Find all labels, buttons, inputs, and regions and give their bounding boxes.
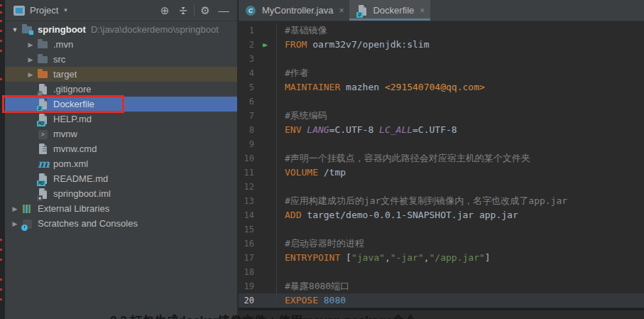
- gear-icon: ⚙: [200, 4, 209, 17]
- tree-row-dockerfile[interactable]: DDockerfile: [5, 97, 237, 112]
- code-line-9[interactable]: 9: [239, 137, 644, 151]
- chevron-expanded-icon[interactable]: ▼: [9, 26, 21, 33]
- code-line-5[interactable]: 5MAINTAINER mazhen <291540704@qq.com>: [239, 80, 644, 94]
- code-text: ENTRYPOINT ["java","-jar","/app.jar"]: [276, 251, 491, 265]
- line-number: 6: [239, 94, 254, 109]
- code-line-7[interactable]: 7#系统编码: [239, 109, 644, 123]
- code-line-14[interactable]: 14ADD target/demo-0.0.1-SNAPSHOT.jar app…: [239, 208, 644, 222]
- code-line-15[interactable]: 15: [239, 222, 644, 237]
- gutter-spacer: [254, 208, 276, 222]
- code-line-6[interactable]: 6: [239, 94, 644, 109]
- tree-row-external-libraries[interactable]: ▶External Libraries: [5, 201, 237, 216]
- code-text: #基础镜像: [276, 23, 327, 38]
- code-line-11[interactable]: 11VOLUME /tmp: [239, 166, 644, 180]
- line-number: 20: [239, 293, 254, 308]
- tree-row-pom-xml[interactable]: mpom.xml: [5, 156, 237, 171]
- line-number: 14: [239, 208, 254, 222]
- tree-row--gitignore[interactable]: ⊘.gitignore: [5, 82, 237, 97]
- close-icon[interactable]: ×: [420, 6, 425, 16]
- tree-row-root[interactable]: ▼springbootD:\java\dockerdemo\springboot: [5, 22, 237, 37]
- chevron-collapsed-icon[interactable]: ▶: [9, 220, 21, 227]
- tree-row-target[interactable]: ▶target: [5, 67, 237, 82]
- tree-row-mvnw-cmd[interactable]: mvnw.cmd: [5, 141, 237, 156]
- code-text: [276, 137, 285, 151]
- code-line-18[interactable]: 18: [239, 265, 644, 279]
- line-number: 10: [239, 151, 254, 166]
- hide-panel-button[interactable]: —: [214, 2, 233, 19]
- line-number: 11: [239, 166, 254, 180]
- chevron-collapsed-icon[interactable]: ▶: [9, 205, 21, 212]
- code-line-2[interactable]: 2▶▶FROM oarm32v7/openjdk:slim: [239, 38, 644, 52]
- excluded-folder-icon: [37, 69, 50, 80]
- editor-area: CMyController.java×DDockerfile× 1#基础镜像2▶…: [239, 0, 644, 319]
- tree-row-help-md[interactable]: MDHELP.md: [5, 112, 237, 126]
- code-line-4[interactable]: 4#作者: [239, 66, 644, 80]
- chevron-collapsed-icon[interactable]: ▶: [24, 71, 37, 78]
- tree-item-label: .mvn: [53, 39, 73, 50]
- tab-mycontroller-java[interactable]: CMyController.java×: [239, 0, 349, 21]
- tree-row-src[interactable]: ▶src: [5, 52, 237, 67]
- edge-mark: [0, 20, 2, 22]
- code-text: #启动容器时的进程: [276, 237, 364, 251]
- tree-row-mvnw[interactable]: >mvnw: [5, 126, 237, 141]
- code-text: #系统编码: [276, 109, 327, 123]
- chevron-collapsed-icon[interactable]: ▶: [24, 41, 37, 48]
- tree-item-label: Scratches and Consoles: [38, 218, 138, 229]
- collapse-all-button[interactable]: [174, 2, 192, 19]
- gutter-spacer: [254, 293, 276, 308]
- page-caption: 2.3 打包生成docker镜像文件：使用maven package命令: [110, 313, 417, 319]
- code-text: MAINTAINER mazhen <291540704@qq.com>: [276, 80, 485, 94]
- gitignore-file-icon: ⊘: [37, 84, 50, 95]
- tree-item-label: target: [53, 69, 77, 80]
- panel-title[interactable]: Project: [30, 5, 58, 16]
- code-text: #作者: [276, 66, 309, 80]
- locate-button[interactable]: ⊕: [155, 2, 174, 19]
- code-line-16[interactable]: 16#启动容器时的进程: [239, 237, 644, 251]
- tab-label: MyController.java: [262, 5, 333, 16]
- settings-button[interactable]: ⚙: [196, 2, 214, 19]
- line-number: 5: [239, 80, 254, 94]
- code-text: [276, 265, 285, 279]
- code-line-19[interactable]: 19#暴露8080端口: [239, 279, 644, 293]
- project-panel-header: Project ▼ ⊕ ⚙ —: [5, 0, 237, 21]
- tree-row--mvn[interactable]: ▶.mvn: [5, 37, 237, 52]
- line-number: 16: [239, 237, 254, 251]
- module-folder-icon: [21, 24, 34, 36]
- run-icon[interactable]: ▶▶: [254, 38, 276, 52]
- tree-item-label: mvnw: [53, 129, 77, 139]
- code-line-20[interactable]: 20EXPOSE 8080: [239, 293, 644, 308]
- page-caption-clip: 2.3 打包生成docker镜像文件：使用maven package命令: [5, 311, 545, 319]
- tab-dockerfile[interactable]: DDockerfile×: [349, 0, 430, 21]
- gutter-spacer: [254, 222, 276, 237]
- code-line-13[interactable]: 13#应用构建成功后的jar文件被复制到镜像内，名字也改成了app.jar: [239, 194, 644, 208]
- line-number: 9: [239, 137, 254, 151]
- code-text: [276, 94, 285, 109]
- chevron-collapsed-icon[interactable]: ▶: [24, 56, 37, 63]
- tree-item-label: External Libraries: [38, 203, 109, 214]
- code-line-3[interactable]: 3: [239, 52, 644, 66]
- tree-item-label: pom.xml: [53, 158, 88, 169]
- editor-tab-bar: CMyController.java×DDockerfile×: [239, 0, 644, 21]
- markdown-file-icon: MD: [37, 173, 50, 185]
- code-text: #暴露8080端口: [276, 279, 349, 293]
- gutter-spacer: [254, 279, 276, 293]
- dockerfile-icon: D: [356, 5, 369, 16]
- code-line-12[interactable]: 12: [239, 180, 644, 194]
- code-line-8[interactable]: 8ENV LANG=C.UTF-8 LC_ALL=C.UTF-8: [239, 123, 644, 137]
- code-editor[interactable]: 1#基础镜像2▶▶FROM oarm32v7/openjdk:slim34#作者…: [239, 21, 644, 319]
- line-number: 3: [239, 52, 254, 66]
- code-line-17[interactable]: 17ENTRYPOINT ["java","-jar","/app.jar"]: [239, 251, 644, 265]
- close-icon[interactable]: ×: [339, 6, 344, 16]
- code-line-1[interactable]: 1#基础镜像: [239, 23, 644, 38]
- gutter-spacer: [254, 109, 276, 123]
- tree-row-readme-md[interactable]: MDREADME.md: [5, 171, 237, 186]
- line-number: 15: [239, 222, 254, 237]
- edge-mark: [0, 30, 2, 32]
- tree-row-springboot-iml[interactable]: ▪springboot.iml: [5, 186, 237, 201]
- gutter-spacer: [254, 265, 276, 279]
- tree-row-scratches-and-consoles[interactable]: ▶Scratches and Consoles: [5, 216, 237, 231]
- gutter-spacer: [254, 180, 276, 194]
- code-line-10[interactable]: 10#声明一个挂载点，容器内此路径会对应宿主机的某个文件夹: [239, 151, 644, 166]
- chevron-down-icon[interactable]: ▼: [62, 7, 68, 13]
- minimize-icon: —: [219, 4, 229, 16]
